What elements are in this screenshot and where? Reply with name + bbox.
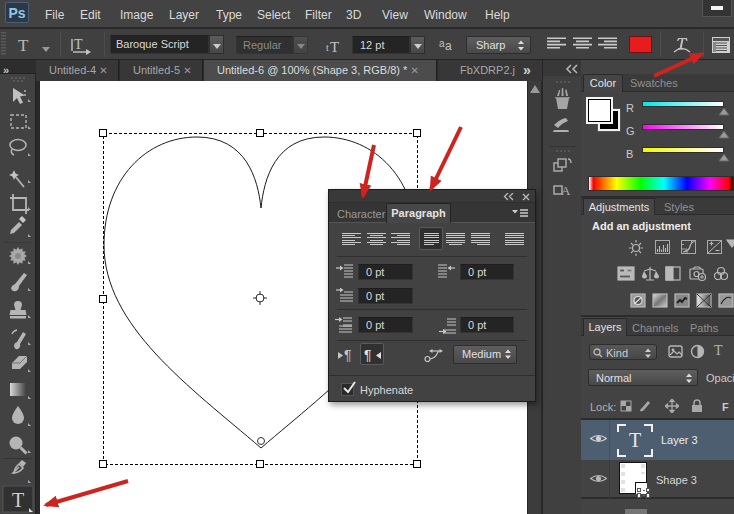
svg-text:T: T xyxy=(12,489,24,511)
svg-text:T: T xyxy=(330,39,339,54)
svg-text:T: T xyxy=(18,36,29,55)
svg-text:a: a xyxy=(445,39,452,52)
svg-text:A: A xyxy=(561,183,571,198)
svg-text:¶: ¶ xyxy=(364,347,372,362)
svg-text:t: t xyxy=(326,42,329,53)
svg-text:¶: ¶ xyxy=(344,347,352,362)
svg-text:T: T xyxy=(74,37,83,52)
